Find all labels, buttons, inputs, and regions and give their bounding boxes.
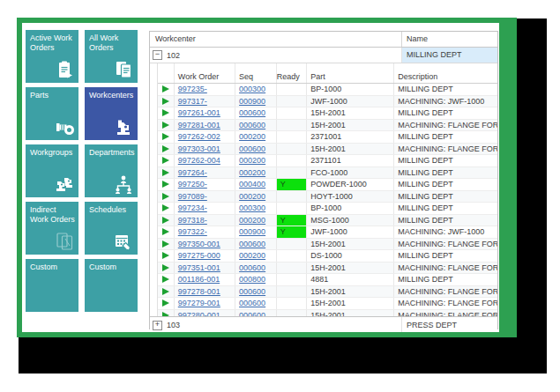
column-header-seq[interactable]: Seq bbox=[235, 63, 277, 83]
sidebar-tile-departments[interactable]: Departments bbox=[85, 144, 138, 197]
work-order-link[interactable]: 997322- bbox=[178, 227, 207, 236]
run-status-icon[interactable] bbox=[162, 217, 169, 224]
run-status-icon[interactable] bbox=[162, 109, 169, 116]
work-order-link[interactable]: 997262-002 bbox=[178, 132, 220, 141]
run-status-icon[interactable] bbox=[162, 300, 169, 307]
work-order-link[interactable]: 997318- bbox=[178, 216, 207, 225]
work-order-link[interactable]: 997264- bbox=[178, 168, 207, 177]
run-status-icon[interactable] bbox=[162, 240, 169, 248]
run-status-icon[interactable] bbox=[162, 85, 169, 92]
run-status-icon[interactable] bbox=[162, 145, 169, 152]
work-order-link[interactable]: 997235- bbox=[178, 85, 207, 93]
work-order-link[interactable]: 997089- bbox=[178, 192, 207, 201]
work-order-row[interactable]: 997279-00100060015H-2001MACHINING: FLANG… bbox=[158, 298, 497, 310]
work-order-link[interactable]: 997278-001 bbox=[178, 287, 220, 296]
seq-link[interactable]: 000600 bbox=[239, 299, 265, 307]
work-order-link[interactable]: 997262-004 bbox=[178, 156, 220, 165]
group-row-103[interactable]: + 103 PRESS DEPT bbox=[150, 316, 497, 332]
sidebar-tile-schedules[interactable]: Schedules bbox=[85, 202, 138, 255]
work-order-row[interactable]: 997303-00100060015H-2001MACHINING: FLANG… bbox=[158, 144, 497, 156]
sidebar-tile-workcenters[interactable]: Workcenters bbox=[85, 87, 138, 140]
sidebar-tile-custom-2[interactable]: Custom bbox=[85, 259, 138, 312]
seq-link[interactable]: 000200 bbox=[239, 168, 265, 177]
group-row-102[interactable]: − 102 MILLING DEPT bbox=[150, 48, 497, 63]
sidebar-tile-all-work-orders[interactable]: All Work Orders bbox=[85, 30, 138, 83]
column-header-work-order[interactable]: Work Order bbox=[175, 63, 235, 83]
run-status-icon[interactable] bbox=[162, 204, 169, 211]
run-status-icon[interactable] bbox=[162, 181, 169, 188]
expand-icon[interactable]: + bbox=[153, 321, 162, 330]
work-order-link[interactable]: 997250- bbox=[178, 180, 207, 189]
work-order-row[interactable]: 997280-00100060015H-2001MACHINING: FLANG… bbox=[158, 310, 497, 317]
work-order-row[interactable]: 997350-00100060015H-2001MACHINING: FLANG… bbox=[158, 239, 497, 251]
work-order-row[interactable]: 997281-00100060015H-2001MACHINING: FLANG… bbox=[158, 120, 497, 132]
column-header-description[interactable]: Description bbox=[394, 63, 497, 83]
run-status-icon[interactable] bbox=[162, 122, 169, 129]
work-order-row[interactable]: 001186-0010008004881MILLING DEPT bbox=[158, 274, 497, 286]
run-status-icon[interactable] bbox=[162, 252, 169, 259]
work-order-link[interactable]: 997350-001 bbox=[178, 240, 220, 248]
work-order-row[interactable]: 997351-00100060015H-2001MACHINING: FLANG… bbox=[158, 263, 497, 275]
sidebar-tile-indirect-work-orders[interactable]: Indirect Work Orders bbox=[26, 202, 78, 255]
run-status-icon[interactable] bbox=[162, 193, 169, 200]
column-header-name[interactable]: Name bbox=[402, 32, 497, 47]
work-order-row[interactable]: 997235-000300BP-1000MILLING DEPT bbox=[158, 84, 497, 96]
seq-link[interactable]: 000600 bbox=[239, 108, 265, 117]
run-status-icon[interactable] bbox=[162, 276, 169, 283]
work-order-row[interactable]: 997322-000900YJWF-1000MACHINING: JWF-100… bbox=[158, 226, 497, 239]
run-status-icon[interactable] bbox=[162, 98, 169, 105]
work-order-row[interactable]: 997262-0020002002371001MILLING DEPT bbox=[158, 131, 497, 144]
sidebar-tile-parts[interactable]: Parts bbox=[26, 87, 78, 140]
sidebar-tile-workgroups[interactable]: Workgroups bbox=[26, 144, 78, 197]
collapse-icon[interactable]: − bbox=[153, 50, 162, 60]
run-status-icon[interactable] bbox=[162, 288, 169, 295]
run-status-icon[interactable] bbox=[162, 133, 169, 140]
group-name-cell[interactable]: MILLING DEPT bbox=[402, 48, 497, 63]
run-status-icon[interactable] bbox=[162, 157, 169, 164]
work-order-link[interactable]: 997303-001 bbox=[178, 144, 220, 153]
work-order-link[interactable]: 997351-001 bbox=[178, 263, 220, 272]
work-order-row[interactable]: 997317-000900JWF-1000MACHINING: JWF-1000 bbox=[158, 96, 497, 108]
seq-link[interactable]: 000900 bbox=[239, 97, 265, 106]
work-order-link[interactable]: 997261-001 bbox=[178, 108, 220, 117]
work-order-link[interactable]: 997317- bbox=[178, 97, 207, 106]
work-order-row[interactable]: 997234-000300BP-1000MILLING DEPT bbox=[158, 203, 497, 215]
seq-link[interactable]: 000600 bbox=[239, 240, 265, 248]
group-name-cell[interactable]: PRESS DEPT bbox=[402, 317, 497, 332]
seq-link[interactable]: 000200 bbox=[239, 216, 265, 225]
seq-link[interactable]: 000200 bbox=[239, 132, 265, 141]
work-order-row[interactable]: 997275-000000200DS-1000MILLING DEPT bbox=[158, 250, 497, 263]
seq-link[interactable]: 000600 bbox=[239, 263, 265, 272]
column-header-ready[interactable]: Ready bbox=[277, 63, 308, 83]
seq-link[interactable]: 000600 bbox=[239, 311, 265, 317]
seq-link[interactable]: 000600 bbox=[239, 121, 265, 129]
run-status-icon[interactable] bbox=[162, 169, 169, 176]
work-order-row[interactable]: 997089-000200HOYT-1000MILLING DEPT bbox=[158, 191, 497, 203]
work-order-link[interactable]: 997279-001 bbox=[178, 299, 220, 307]
run-status-icon[interactable] bbox=[162, 264, 169, 271]
work-order-link[interactable]: 997234- bbox=[178, 203, 207, 212]
seq-link[interactable]: 000600 bbox=[239, 144, 265, 153]
work-order-row[interactable]: 997250-000400YPOWDER-1000MILLING DEPT bbox=[158, 179, 497, 191]
seq-link[interactable]: 000900 bbox=[239, 227, 265, 236]
work-order-link[interactable]: 997280-001 bbox=[178, 311, 220, 317]
sidebar-tile-custom-1[interactable]: Custom bbox=[26, 259, 78, 312]
column-header-workcenter[interactable]: Workcenter bbox=[150, 32, 402, 47]
seq-link[interactable]: 000300 bbox=[239, 85, 265, 93]
work-order-row[interactable]: 997262-0040002002371101MILLING DEPT bbox=[158, 155, 497, 167]
work-order-link[interactable]: 001186-001 bbox=[178, 275, 220, 284]
seq-link[interactable]: 000600 bbox=[239, 287, 265, 296]
work-order-row[interactable]: 997261-00100060015H-2001MILLING DEPT bbox=[158, 107, 497, 120]
seq-link[interactable]: 000800 bbox=[239, 275, 265, 284]
seq-link[interactable]: 000400 bbox=[239, 180, 265, 189]
work-order-row[interactable]: 997264-000200FCO-1000MILLING DEPT bbox=[158, 167, 497, 180]
work-order-link[interactable]: 997275-000 bbox=[178, 251, 220, 260]
seq-link[interactable]: 000200 bbox=[239, 251, 265, 260]
work-order-link[interactable]: 997281-001 bbox=[178, 121, 220, 129]
sidebar-tile-active-work-orders[interactable]: Active Work Orders bbox=[26, 30, 78, 83]
work-order-row[interactable]: 997318-000200YMSG-1000MILLING DEPT bbox=[158, 215, 497, 227]
work-order-row[interactable]: 997278-00100060015H-2001MACHINING: FLANG… bbox=[158, 286, 497, 299]
seq-link[interactable]: 000200 bbox=[239, 192, 265, 201]
seq-link[interactable]: 000300 bbox=[239, 203, 265, 212]
run-status-icon[interactable] bbox=[162, 228, 169, 235]
